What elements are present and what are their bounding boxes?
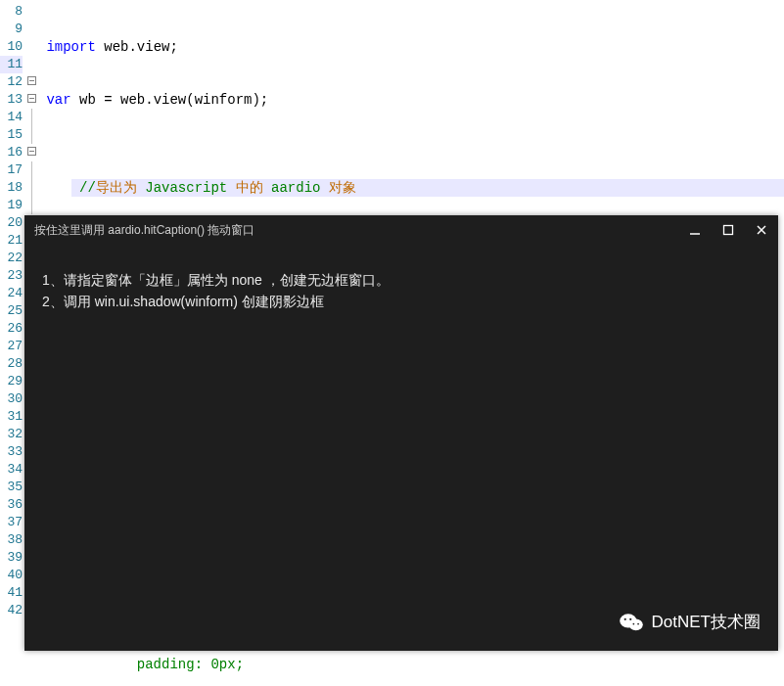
svg-point-8 xyxy=(632,622,634,624)
window-title: 按住这里调用 aardio.hitCaption() 拖动窗口 xyxy=(34,222,254,239)
fold-toggle[interactable] xyxy=(24,91,38,109)
maximize-button[interactable] xyxy=(712,224,745,236)
window-body: 1、请指定窗体「边框」属性为 none ，创建无边框窗口。 2、调用 win.u… xyxy=(24,245,778,337)
code-line-42: padding: 0px; xyxy=(38,657,244,672)
minimize-button[interactable] xyxy=(678,224,712,236)
body-line: 2、调用 win.ui.shadow(winform) 创建阴影边框 xyxy=(42,291,761,312)
svg-rect-1 xyxy=(724,226,733,235)
watermark-text: DotNET技术圈 xyxy=(652,611,761,633)
titlebar[interactable]: 按住这里调用 aardio.hitCaption() 拖动窗口 xyxy=(24,215,778,245)
svg-point-9 xyxy=(637,622,639,624)
line-number-gutter: 8 9 10 11 12 13 14 15 16 17 18 19 20 21 … xyxy=(0,0,24,686)
body-line: 1、请指定窗体「边框」属性为 none ，创建无边框窗口。 xyxy=(42,269,761,291)
wechat-icon xyxy=(619,612,644,633)
svg-point-7 xyxy=(629,617,631,619)
watermark: DotNET技术圈 xyxy=(619,611,761,633)
preview-window: 按住这里调用 aardio.hitCaption() 拖动窗口 1、请指定窗体「… xyxy=(24,215,778,651)
fold-toggle[interactable] xyxy=(24,144,38,161)
close-button[interactable] xyxy=(745,224,778,236)
svg-point-5 xyxy=(628,618,642,630)
svg-point-6 xyxy=(623,617,625,619)
fold-toggle[interactable] xyxy=(24,73,38,91)
